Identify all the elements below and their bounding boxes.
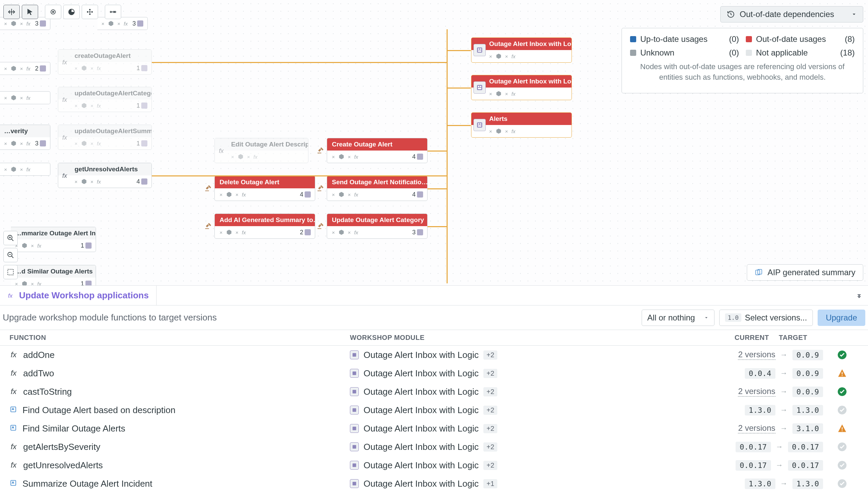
count-badge: 4 <box>136 178 147 185</box>
svg-rect-6 <box>480 86 481 87</box>
function-node[interactable]: fxupdateOutageAlertSumma…××fx1 <box>58 125 152 150</box>
arrow-icon: → <box>780 479 788 488</box>
module-icon <box>350 350 359 359</box>
table-row[interactable]: Find Similar Outage AlertsOutage Alert I… <box>0 419 868 438</box>
status-icon <box>830 479 847 488</box>
select-tool-button[interactable] <box>22 5 38 19</box>
function-node[interactable]: …mmarize Outage Alert Incid…××fx1 <box>11 227 96 252</box>
collapse-panel-button[interactable] <box>850 286 868 305</box>
module-icon <box>350 406 359 414</box>
legend-panel: Up-to-date usages(0) Out-of-date usages(… <box>622 28 863 93</box>
function-name: addTwo <box>23 368 54 379</box>
status-icon <box>830 369 847 378</box>
function-name: Summarize Outage Alert Incident <box>22 479 153 489</box>
count-badge: 1 <box>136 65 147 72</box>
panel-subtitle: Upgrade workshop module functions to tar… <box>3 312 637 323</box>
version-link[interactable]: 2 versions <box>738 423 775 433</box>
workshop-node[interactable]: Outage Alert Inbox with Logic …××fx <box>471 75 572 100</box>
current-version: 0.0.4 <box>745 368 775 379</box>
workshop-icon <box>474 119 486 131</box>
function-icon: fx <box>58 163 71 188</box>
pan-tool-button[interactable] <box>3 5 20 19</box>
table-header: FUNCTION WORKSHOP MODULE CURRENT TARGET <box>0 330 868 346</box>
move-tool-button[interactable] <box>82 5 98 19</box>
current-version: 1.3.0 <box>745 479 775 489</box>
panel-tab-label: Update Workshop applications <box>19 290 149 301</box>
count-badge: 1 <box>136 140 147 147</box>
upgrade-button[interactable]: Upgrade <box>818 310 865 326</box>
workshop-node[interactable]: Outage Alert Inbox with Lo…××fx <box>471 38 572 63</box>
module-name: Outage Alert Inbox with Logic <box>363 387 478 397</box>
status-icon <box>830 460 847 470</box>
col-module: WORKSHOP MODULE <box>350 334 735 341</box>
svg-point-14 <box>87 12 88 13</box>
zoom-out-button[interactable] <box>3 248 18 262</box>
function-icon: fx <box>58 87 71 112</box>
action-node[interactable]: Add AI Generated Summary to…××fx2 <box>215 214 315 239</box>
table-row[interactable]: Find Outage Alert based on descriptionOu… <box>0 401 868 419</box>
target-tool-button[interactable] <box>45 5 61 19</box>
node-title: Edit Outage Alert Description … <box>215 138 308 151</box>
legend-item: Not applicable(18) <box>746 48 855 58</box>
node-title: Outage Alert Inbox with Logic … <box>472 75 571 88</box>
module-name: Outage Alert Inbox with Logic <box>363 460 478 471</box>
function-node[interactable]: fxcreateOutageAlert××fx1 <box>58 49 152 74</box>
table-row[interactable]: fxaddOneOutage Alert Inbox with Logic+22… <box>0 346 868 364</box>
function-icon: fx <box>10 369 18 378</box>
pie-tool-button[interactable] <box>63 5 80 19</box>
arrow-icon: → <box>780 369 788 378</box>
module-name: Outage Alert Inbox with Logic <box>363 350 478 360</box>
aip-summary-button[interactable]: AIP generated summary <box>747 264 863 280</box>
table-row[interactable]: fxgetAlertsBySeverityOutage Alert Inbox … <box>0 438 868 456</box>
table-row[interactable]: fxcastToStringOutage Alert Inbox with Lo… <box>0 382 868 401</box>
svg-rect-39 <box>842 428 843 430</box>
function-icon: fx <box>10 387 18 396</box>
workshop-icon <box>474 44 486 56</box>
count-badge: 3 <box>35 20 46 27</box>
workshop-node[interactable]: Alerts××fx <box>471 112 572 137</box>
function-name: castToString <box>23 387 72 397</box>
panel-header: fx Update Workshop applications <box>0 286 868 306</box>
function-node[interactable]: fxEdit Outage Alert Description …××fx <box>215 138 308 163</box>
function-node[interactable]: ××fx2 <box>0 62 50 75</box>
table-row[interactable]: fxaddTwoOutage Alert Inbox with Logic+20… <box>0 364 868 382</box>
action-node[interactable]: Update Outage Alert Category××fx3 <box>327 214 427 239</box>
dependency-filter-dropdown[interactable]: Out-of-date dependencies <box>720 6 863 22</box>
arrow-icon: → <box>780 350 788 359</box>
count-badge: 1 <box>81 242 92 249</box>
svg-point-13 <box>52 11 54 13</box>
action-node[interactable]: Create Outage Alert××fx4 <box>327 138 427 163</box>
module-name: Outage Alert Inbox with Logic <box>363 423 478 434</box>
legend-item: Up-to-date usages(0) <box>630 34 739 44</box>
update-workshop-tab[interactable]: fx Update Workshop applications <box>0 286 157 305</box>
table-row[interactable]: fxgetUnresolvedAlertsOutage Alert Inbox … <box>0 456 868 474</box>
action-node[interactable]: Send Outage Alert Notificatio…××fx4 <box>327 176 427 201</box>
function-icon: fx <box>10 442 18 451</box>
function-node[interactable]: fxupdateOutageAlertCategor…××fx1 <box>58 87 152 112</box>
mode-dropdown[interactable]: All or nothing <box>642 310 714 326</box>
action-node[interactable]: Delete Outage Alert××fx4 <box>215 176 315 201</box>
bottom-panel: fx Update Workshop applications Upgrade … <box>0 285 868 502</box>
module-name: Outage Alert Inbox with Logic <box>363 368 478 379</box>
version-link[interactable]: 2 versions <box>738 387 775 397</box>
module-name: Outage Alert Inbox with Logic <box>363 442 478 452</box>
zoom-in-button[interactable] <box>3 231 18 245</box>
zoom-fit-button[interactable] <box>3 265 18 279</box>
function-node[interactable]: …verity××fx3 <box>0 125 50 150</box>
function-icon: fx <box>215 138 228 163</box>
svg-point-15 <box>90 12 91 13</box>
canvas-toolbar <box>3 5 121 19</box>
table-row[interactable]: Summarize Outage Alert IncidentOutage Al… <box>0 474 868 493</box>
version-link[interactable]: 2 versions <box>738 350 775 360</box>
function-name: Find Outage Alert based on description <box>22 405 176 416</box>
flow-tool-button[interactable] <box>105 5 121 19</box>
function-node[interactable]: fxgetUnresolvedAlerts××fx4 <box>58 163 152 188</box>
svg-rect-41 <box>353 445 356 449</box>
function-node[interactable]: ××fx <box>0 163 50 176</box>
svg-rect-31 <box>842 375 843 376</box>
node-title: Send Outage Alert Notificatio… <box>327 176 427 188</box>
gavel-icon <box>314 220 327 232</box>
col-target: TARGET <box>779 334 823 341</box>
function-node[interactable]: ××fx <box>0 91 50 104</box>
version-select[interactable]: 1.0Select versions... <box>719 310 813 326</box>
